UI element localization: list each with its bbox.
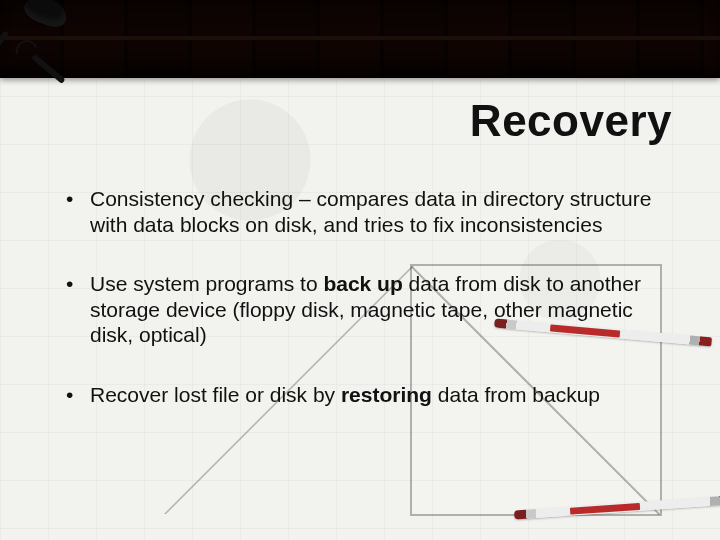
bullet-item: Consistency checking – compares data in … — [62, 186, 660, 237]
slide-content: Consistency checking – compares data in … — [62, 186, 660, 442]
bullet-text: Recover lost file or disk by — [90, 383, 341, 406]
bullet-text: Consistency checking – compares data in … — [90, 187, 651, 236]
bullet-text: data from backup — [432, 383, 600, 406]
bullet-item: Recover lost file or disk by restoring d… — [62, 382, 660, 408]
slide: Recovery Consistency checking – compares… — [0, 0, 720, 540]
bullet-item: Use system programs to back up data from… — [62, 271, 660, 348]
slide-title: Recovery — [470, 96, 672, 146]
desk-lamp-graphic — [4, 0, 124, 86]
bullet-bold: back up — [323, 272, 402, 295]
bullet-text: Use system programs to — [90, 272, 323, 295]
bullet-bold: restoring — [341, 383, 432, 406]
